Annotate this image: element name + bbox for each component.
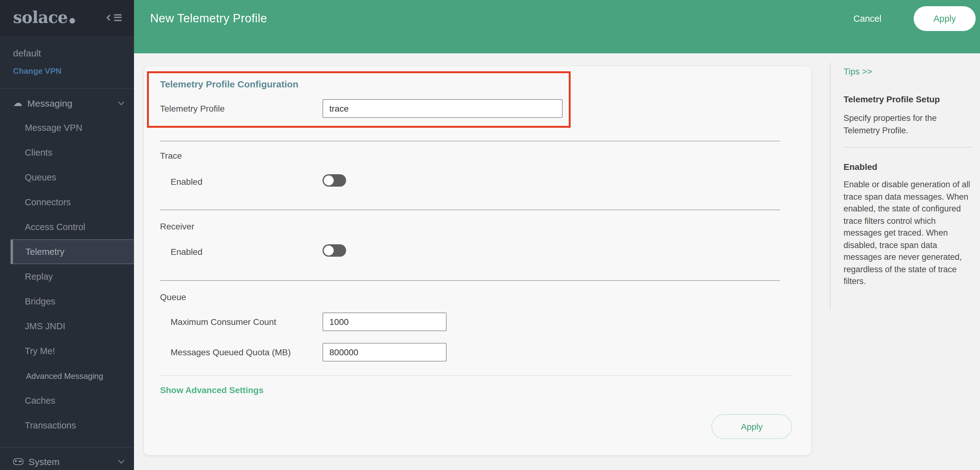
chevron-down-icon [118,457,124,463]
queue-field-row: Maximum Consumer Count [170,313,447,331]
section-divider [160,280,780,281]
tips-setup-text: Specify properties for the Telemetry Pro… [843,112,975,137]
queue-field-label: Messages Queued Quota (MB) [170,347,323,357]
telemetry-profile-label: Telemetry Profile [160,103,225,113]
sidebar-item-label: JMS JNDI [25,321,65,331]
sidebar-item-label: Replay [25,272,53,281]
sidebar-collapse-icon[interactable] [107,14,122,21]
system-group-label: System [29,456,60,467]
page-header: New Telemetry Profile Cancel Apply [134,0,980,53]
queue-field-input[interactable] [323,313,447,331]
sidebar-item-label: Transactions [25,421,76,430]
trace-enabled-label: Enabled [170,177,202,187]
sidebar-item-label: Access Control [25,222,85,232]
sidebar-item[interactable]: Caches [0,388,134,413]
current-vpn-name: default [13,48,41,58]
sidebar-item[interactable]: Bridges [0,289,134,314]
sidebar-item[interactable]: Transactions [0,413,134,438]
solace-logo-text: solace [13,8,68,27]
logo-dot-icon [70,17,75,23]
queue-field-row: Messages Queued Quota (MB) [170,343,447,362]
cancel-button[interactable]: Cancel [853,14,881,24]
tips-divider-line [843,147,972,148]
sidebar-item-label: Telemetry [25,247,65,257]
sidebar-item-label: Connectors [25,197,71,207]
sidebar-item[interactable]: Advanced Messaging [0,364,134,388]
logo-bar: solace [0,0,134,35]
hamburger-icon [114,14,122,21]
sidebar-divider [0,447,134,448]
sidebar-item-label: Clients [25,148,52,157]
trace-enabled-toggle[interactable] [323,174,346,187]
sidebar-item[interactable]: Access Control [0,214,134,239]
apply-button-header[interactable]: Apply [914,6,976,31]
telemetry-profile-input[interactable] [323,99,563,118]
section-divider-light [160,375,793,376]
sidebar-item[interactable]: Try Me! [0,338,134,364]
config-section-heading: Telemetry Profile Configuration [160,79,298,89]
sidebar-item-label: Caches [25,395,55,405]
app-root: solace default Change VPN ☁ Messaging Me… [0,0,980,470]
sidebar-nav: Message VPN Clients Queues Connectors Ac… [0,115,134,438]
apply-button-form[interactable]: Apply [711,414,792,439]
main-content: Telemetry Profile Configuration Telemetr… [134,53,980,470]
sidebar-item-label: Try Me! [25,346,55,356]
tips-panel-divider [830,63,830,311]
sidebar: solace default Change VPN ☁ Messaging Me… [0,0,134,470]
sidebar-item[interactable]: Connectors [0,190,134,214]
page-header-inner: New Telemetry Profile Cancel Apply [134,0,980,37]
sidebar-item-label: Advanced Messaging [25,371,103,380]
messaging-group-label: Messaging [27,98,72,108]
tips-link[interactable]: Tips >> [843,66,872,76]
cloud-icon: ☁ [13,98,22,108]
system-icon [13,458,24,465]
toggle-knob [324,246,334,256]
sidebar-divider [0,88,134,89]
queue-field-label: Maximum Consumer Count [170,317,323,327]
queue-field-input[interactable] [323,343,447,362]
telemetry-form-card: Telemetry Profile Configuration Telemetr… [144,66,811,455]
header-actions: Cancel Apply [853,6,976,31]
sidebar-item[interactable]: Replay [0,264,134,289]
page-title: New Telemetry Profile [150,12,267,25]
sidebar-item[interactable]: Telemetry [11,239,134,264]
sidebar-item-label: Bridges [25,296,55,306]
sidebar-item-messaging[interactable]: ☁ Messaging [0,91,134,115]
sidebar-item-label: Message VPN [25,123,82,133]
receiver-enabled-label: Enabled [170,247,202,257]
trace-section-label: Trace [160,151,182,160]
sidebar-item-label: Queues [25,172,56,182]
receiver-section-label: Receiver [160,221,194,231]
sidebar-item[interactable]: Clients [0,140,134,165]
queue-section-label: Queue [160,292,186,302]
section-divider [160,141,780,141]
tips-setup-heading: Telemetry Profile Setup [843,94,940,104]
sidebar-item[interactable]: Queues [0,165,134,190]
chevron-left-icon [107,14,113,21]
section-divider [160,210,780,210]
tips-enabled-heading: Enabled [843,162,877,172]
show-advanced-settings-link[interactable]: Show Advanced Settings [160,385,263,395]
chevron-down-icon [118,98,124,105]
sidebar-item-system[interactable]: System [0,449,134,470]
sidebar-item[interactable]: Message VPN [0,115,134,140]
sidebar-item[interactable]: JMS JNDI [0,314,134,338]
receiver-enabled-toggle[interactable] [323,244,346,257]
solace-logo: solace [13,8,75,27]
change-vpn-link[interactable]: Change VPN [13,66,61,76]
toggle-knob [324,175,334,186]
tips-enabled-text: Enable or disable generation of all trac… [843,179,975,287]
